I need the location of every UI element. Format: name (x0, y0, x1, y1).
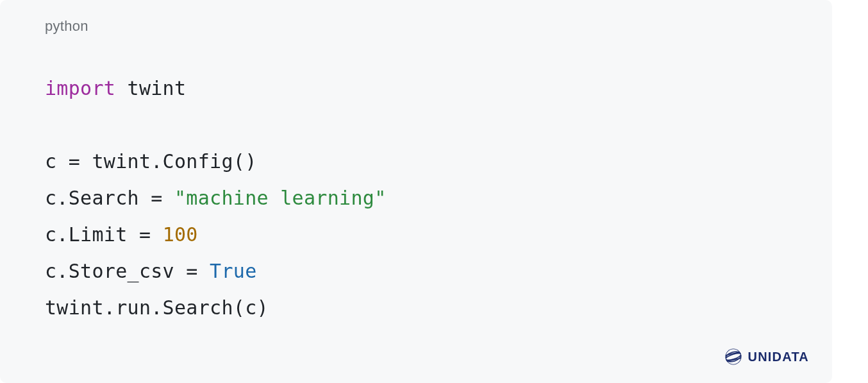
code-token: True (210, 260, 256, 282)
code-token: "machine learning" (174, 187, 387, 209)
watermark-label: UNIDATA (748, 350, 809, 364)
code-token: c = twint.Config() (45, 150, 257, 173)
code-token: twint (115, 77, 186, 99)
code-token: c.Search = (45, 187, 174, 209)
code-block: python import twint c = twint.Config() c… (0, 0, 832, 383)
code-content: import twint c = twint.Config() c.Search… (45, 70, 787, 326)
code-token: twint.run.Search(c) (45, 296, 269, 319)
code-token: import (45, 77, 115, 99)
code-language-label: python (45, 18, 787, 35)
code-token: 100 (163, 223, 198, 246)
code-token: c.Limit = (45, 223, 163, 246)
watermark: UNIDATA (725, 348, 809, 365)
globe-sphere-icon (725, 348, 742, 365)
code-token: c.Store_csv = (45, 260, 210, 282)
